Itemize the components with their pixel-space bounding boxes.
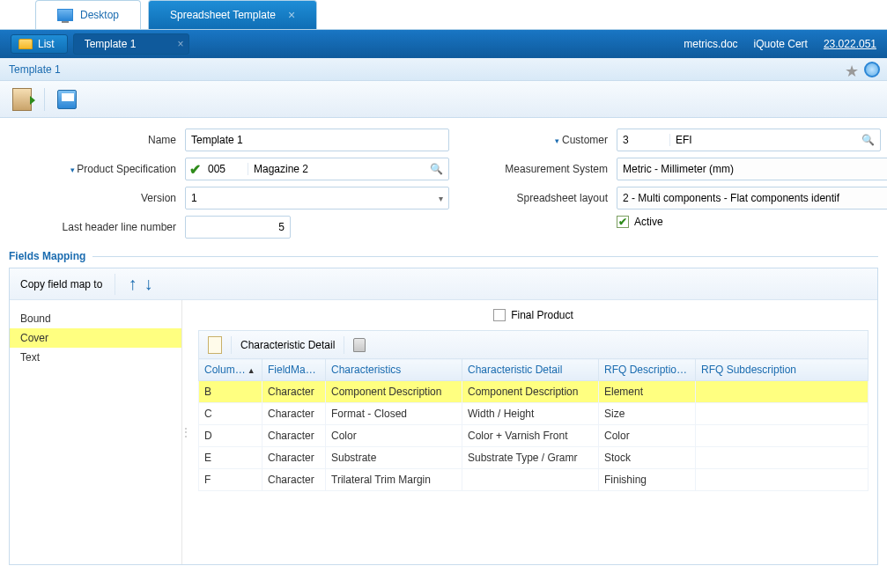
cell: Character bbox=[262, 403, 326, 425]
cell: Element bbox=[599, 381, 696, 403]
cell: Stock bbox=[599, 447, 696, 469]
layout-field[interactable]: 2 - Multi components - Flat components i… bbox=[617, 187, 887, 209]
cell: Color + Varnish Front bbox=[462, 425, 599, 447]
column-header[interactable]: RFQ Descriptio… bbox=[599, 359, 696, 381]
mapping-grid: Colum…▲FieldMa…CharacteristicsCharacteri… bbox=[198, 358, 869, 491]
cell: Component Description bbox=[326, 381, 462, 403]
product-spec-code[interactable] bbox=[204, 163, 248, 175]
link-version[interactable]: 23.022.051 bbox=[824, 38, 876, 50]
column-header[interactable]: Characteristic Detail bbox=[462, 359, 599, 381]
globe-icon[interactable] bbox=[864, 62, 880, 77]
chevron-down-icon[interactable]: ▾ bbox=[439, 194, 443, 203]
name-field[interactable] bbox=[185, 129, 449, 151]
cell bbox=[696, 447, 869, 469]
cell bbox=[696, 425, 869, 447]
mapping-toolbar: Copy field map to ↑ ↓ bbox=[10, 268, 877, 300]
search-icon[interactable]: 🔍 bbox=[861, 134, 875, 146]
template-tab-label: Template 1 bbox=[85, 38, 137, 50]
splitter[interactable]: ⋮ bbox=[182, 300, 189, 564]
separator bbox=[44, 88, 45, 111]
column-header[interactable]: FieldMa… bbox=[262, 359, 326, 381]
link-metrics[interactable]: metrics.doc bbox=[684, 38, 737, 50]
customer-field[interactable]: 🔍 bbox=[617, 129, 881, 151]
folder-icon bbox=[18, 39, 33, 49]
table-row[interactable]: FCharacterTrilateral Trim MarginFinishin… bbox=[199, 469, 869, 491]
label-measurement: Measurement System bbox=[449, 163, 617, 175]
star-icon[interactable]: ★ bbox=[845, 62, 859, 81]
close-icon[interactable]: × bbox=[288, 8, 295, 22]
customer-code[interactable] bbox=[617, 134, 670, 146]
column-header[interactable]: RFQ Subdescription bbox=[696, 359, 869, 381]
last-header-field[interactable] bbox=[185, 216, 291, 239]
active-checkbox[interactable]: ✔ bbox=[617, 216, 629, 228]
separator bbox=[115, 274, 115, 295]
layout-value: 2 - Multi components - Flat components i… bbox=[623, 192, 839, 204]
exit-icon[interactable] bbox=[12, 88, 32, 111]
close-icon[interactable]: × bbox=[177, 38, 183, 50]
mapping-panel: Copy field map to ↑ ↓ BoundCoverText ⋮ F… bbox=[9, 268, 878, 565]
label-name: Name bbox=[18, 134, 185, 146]
list-button[interactable]: List bbox=[11, 34, 68, 54]
tab-desktop-label: Desktop bbox=[80, 9, 119, 21]
final-product-checkbox[interactable] bbox=[493, 309, 506, 321]
link-iquote[interactable]: iQuote Cert bbox=[754, 38, 808, 50]
cell: Width / Height bbox=[462, 403, 599, 425]
product-spec-name[interactable] bbox=[248, 163, 448, 175]
new-icon[interactable] bbox=[208, 336, 222, 354]
separator bbox=[344, 336, 344, 354]
list-label: List bbox=[38, 38, 55, 50]
column-header[interactable]: Colum…▲ bbox=[199, 359, 262, 381]
cell bbox=[696, 381, 869, 403]
arrow-up-icon[interactable]: ↑ bbox=[128, 274, 137, 294]
measurement-value: Metric - Millimeter (mm) bbox=[623, 163, 734, 175]
cell: Substrate bbox=[326, 447, 462, 469]
tab-desktop[interactable]: Desktop bbox=[35, 0, 141, 29]
version-input[interactable] bbox=[191, 192, 443, 204]
version-field[interactable]: ▾ bbox=[185, 187, 449, 209]
save-icon[interactable] bbox=[57, 90, 77, 109]
table-row[interactable]: DCharacterColorColor + Varnish FrontColo… bbox=[199, 425, 869, 447]
fields-mapping-title: Fields Mapping bbox=[9, 250, 85, 262]
tab-spreadsheet-label: Spreadsheet Template bbox=[170, 9, 276, 21]
table-row[interactable]: CCharacterFormat - ClosedWidth / HeightS… bbox=[199, 403, 869, 425]
separator bbox=[231, 336, 232, 354]
name-input[interactable] bbox=[191, 134, 443, 146]
breadcrumb-text: Template 1 bbox=[9, 63, 61, 76]
table-row[interactable]: ECharacterSubstrateSubstrate Type / Gram… bbox=[199, 447, 869, 469]
cell: Finishing bbox=[599, 469, 696, 491]
cell: Component Description bbox=[462, 381, 599, 403]
tab-spreadsheet-template[interactable]: Spreadsheet Template × bbox=[148, 0, 317, 29]
grid-toolbar: Characteristic Detail bbox=[198, 330, 869, 358]
trash-icon[interactable] bbox=[353, 338, 366, 352]
label-active: Active bbox=[634, 216, 663, 228]
search-icon[interactable]: 🔍 bbox=[430, 163, 443, 175]
form: Name Product Specification ✔ 🔍 Version ▾ bbox=[0, 118, 887, 250]
top-tabs: Desktop Spreadsheet Template × bbox=[0, 0, 887, 30]
column-header[interactable]: Characteristics bbox=[326, 359, 462, 381]
label-version: Version bbox=[18, 192, 185, 204]
sidebar-item-text[interactable]: Text bbox=[10, 348, 181, 367]
arrow-down-icon[interactable]: ↓ bbox=[144, 274, 152, 294]
last-header-input[interactable] bbox=[191, 221, 285, 233]
sidebar-item-bound[interactable]: Bound bbox=[10, 309, 181, 328]
active-field[interactable]: ✔ Active bbox=[617, 216, 663, 228]
cell: Substrate Type / Gramr bbox=[462, 447, 599, 469]
cell: Trilateral Trim Margin bbox=[326, 469, 462, 491]
cell: B bbox=[199, 381, 262, 403]
characteristic-detail-label: Characteristic Detail bbox=[240, 339, 335, 351]
measurement-field[interactable]: Metric - Millimeter (mm) ▾ bbox=[617, 158, 887, 180]
label-customer: Customer bbox=[449, 134, 617, 146]
cell: Character bbox=[262, 447, 326, 469]
template-tab[interactable]: Template 1 × bbox=[73, 33, 190, 55]
customer-name[interactable] bbox=[670, 134, 880, 146]
table-row[interactable]: BCharacterComponent DescriptionComponent… bbox=[199, 381, 869, 403]
product-spec-field[interactable]: ✔ 🔍 bbox=[185, 158, 449, 180]
final-product-row: Final Product bbox=[198, 309, 869, 321]
check-icon: ✔ bbox=[186, 161, 204, 178]
cell: C bbox=[199, 403, 262, 425]
fields-mapping-header: Fields Mapping bbox=[0, 250, 887, 262]
sidebar-item-cover[interactable]: Cover bbox=[10, 328, 181, 348]
sub-bar: List Template 1 × metrics.doc iQuote Cer… bbox=[0, 30, 887, 58]
header-links: metrics.doc iQuote Cert 23.022.051 bbox=[684, 38, 876, 50]
cell: E bbox=[199, 447, 262, 469]
